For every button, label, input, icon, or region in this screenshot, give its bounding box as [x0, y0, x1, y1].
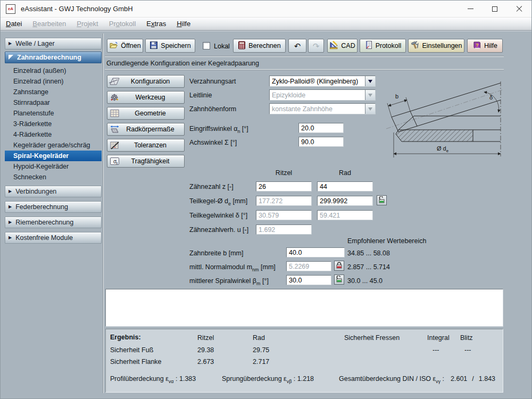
verzahnungsart-select[interactable]: Zyklo-Palloid® (Klingelnberg) — [269, 76, 376, 87]
sidebar-group-riemenberechnung[interactable]: ▶ Riemenberechnung — [5, 217, 102, 228]
spiralwinkel-label: mittlerer Spiralwinkel βm [°] — [189, 277, 269, 286]
titlebar: eA eAssistant - GWJ Technology GmbH — [1, 1, 531, 18]
minimize-button[interactable] — [458, 1, 483, 17]
sidebar-item-4-raederkette[interactable]: 4-Räderkette — [5, 129, 102, 140]
collapsed-arrow-icon: ▶ — [9, 41, 12, 46]
dropdown-arrow-button — [365, 90, 375, 100]
zahnbreite-input[interactable] — [286, 247, 345, 257]
cad-button[interactable]: CAD — [327, 39, 358, 53]
zahnbreite-range: 34.85 ... 58.08 — [347, 250, 390, 257]
sidebar-item-spiral-kegelraeder[interactable]: Spiral-Kegelräder — [5, 151, 102, 161]
results-col-ritzel: Ritzel — [197, 334, 214, 342]
lock-open-icon — [336, 275, 343, 285]
message-box — [105, 289, 503, 327]
menu-projekt: Projekt — [71, 19, 103, 29]
window-title: eAssistant - GWJ Technology GmbH — [21, 5, 133, 13]
dropdown-arrow-button[interactable] — [365, 76, 375, 86]
chevron-down-icon — [368, 107, 372, 111]
spiralwinkel-lock-button[interactable] — [334, 275, 344, 285]
sidebar-group-federberechnung[interactable]: ▶ Federberechnung — [5, 201, 102, 213]
normalmodul-lock-button[interactable] — [334, 261, 344, 271]
results-panel: Ergebnis: Ritzel Rad Sicherheit Fressen … — [105, 329, 503, 393]
minimize-icon — [468, 9, 473, 9]
sidebar-item-3-raederkette[interactable]: 3-Räderkette — [5, 119, 102, 129]
lock-open-icon — [378, 196, 385, 205]
chevron-down-icon — [368, 80, 372, 83]
calculate-button[interactable]: Berechnen — [233, 39, 286, 53]
lock-closed-icon — [336, 261, 343, 271]
tragfaehigkeit-button[interactable]: σx Tragfähigkeit — [107, 155, 185, 168]
normalmodul-range: 2.857 ... 5.714 — [347, 263, 390, 271]
maximize-button[interactable] — [483, 1, 507, 17]
leitlinie-label: Leitlinie — [189, 92, 212, 99]
sigma-x-icon: σx — [109, 156, 121, 166]
menu-protokoll: Protokoll — [104, 19, 142, 29]
geometrie-button[interactable]: Geometrie — [107, 107, 185, 120]
normalmodul-label: mittl. Normalmodul mnm [mm] — [189, 263, 276, 272]
protocol-button[interactable]: Protokoll — [360, 39, 406, 53]
help-book-icon: ? — [472, 41, 481, 51]
toleranzen-button[interactable]: Toleranzen — [107, 139, 185, 152]
close-icon — [516, 6, 522, 12]
achswinkel-label: Achswinkel Σ [°] — [189, 139, 237, 146]
sicherheit-flanke-label: Sicherheit Flanke — [110, 358, 162, 365]
tools-icon — [410, 40, 419, 51]
drawing-label-de: Ø de — [437, 145, 449, 153]
menu-hilfe[interactable]: Hilfe — [171, 19, 196, 29]
sidebar-group-verbindungen[interactable]: ▶ Verbindungen — [5, 186, 102, 197]
werkzeug-button[interactable]: Werkzeug — [107, 91, 185, 104]
sidebar-item-kegelraeder-gerade-schraeg[interactable]: Kegelräder gerade/schräg — [5, 140, 102, 151]
teilkegelwinkel-rad-input — [317, 210, 373, 220]
sidebar-group-welle-lager[interactable]: ▶ Welle / Lager — [5, 38, 102, 49]
local-checkbox-label: Lokal — [214, 43, 230, 50]
protocol-document-icon — [364, 40, 373, 51]
zaehnezahl-rad-input[interactable] — [317, 181, 373, 192]
eingriffswinkel-input[interactable] — [298, 123, 344, 133]
bevel-gear-drawing: b δ Ø de — [379, 75, 507, 168]
collapsed-arrow-icon: ▶ — [9, 189, 12, 194]
sidebar-item-zahnstange[interactable]: Zahnstange — [5, 87, 102, 97]
close-button[interactable] — [507, 1, 531, 17]
sidebar-items: Einzelrad (außen) Einzelrad (innen) Zahn… — [5, 65, 102, 182]
calculator-icon — [238, 41, 246, 51]
achswinkel-input[interactable] — [298, 137, 344, 147]
menubar: Datei Bearbeiten Projekt Protokoll Extra… — [1, 18, 531, 30]
sprungueberdeckung: Sprungüberdeckung εvβ : 1.218 — [222, 375, 314, 384]
gesamtueberdeckung: Gesamtüberdeckung DIN / ISO εvγ :2.601/1… — [339, 375, 495, 384]
sidebar-group-kostenfreie-module[interactable]: ▶ Kostenfreie Module — [5, 232, 102, 244]
results-col-rad: Rad — [253, 334, 265, 342]
sidebar-group-zahnradberechnung[interactable]: Zahnradberechnung — [5, 52, 102, 63]
help-button[interactable]: ? Hilfe — [467, 39, 503, 53]
section-title: Grundlegende Konfiguration einer Kegelra… — [106, 60, 259, 67]
chevron-down-icon — [368, 94, 372, 97]
tolerance-ruler-icon — [109, 140, 121, 150]
sidebar-item-einzelrad-innen[interactable]: Einzelrad (innen) — [5, 76, 102, 87]
sidebar-item-planetenstufe[interactable]: Planetenstufe — [5, 108, 102, 119]
save-button[interactable]: Speichern — [145, 39, 195, 53]
menu-bearbeiten: Bearbeiten — [27, 19, 71, 29]
verzahnungsart-label: Verzahnungsart — [189, 78, 236, 85]
sidebar-item-einzelrad-aussen[interactable]: Einzelrad (außen) — [5, 65, 102, 76]
sidebar-item-hypoid-kegelraeder[interactable]: Hypoid-Kegelräder — [5, 161, 102, 172]
teilkegel-rad-input[interactable] — [317, 196, 373, 206]
grid-table-icon — [109, 109, 121, 118]
profilueberdeckung: Profilüberdeckung εvα : 1.383 — [110, 375, 196, 384]
column-header-rad: Rad — [317, 169, 373, 177]
open-button[interactable]: Öffnen — [107, 39, 143, 53]
local-checkbox[interactable] — [203, 42, 210, 49]
sidebar-item-stirnradpaar[interactable]: Stirnradpaar — [5, 97, 102, 108]
settings-button[interactable]: Einstellungen — [408, 39, 464, 53]
sidebar-item-schnecken[interactable]: Schnecken — [5, 172, 102, 182]
fressen-integral-value: --- — [433, 346, 439, 354]
teilkegel-lock-button[interactable] — [377, 195, 387, 205]
radkoerpermasse-button[interactable]: Radkörpermaße — [107, 123, 185, 136]
konfiguration-button[interactable]: Konfiguration — [107, 75, 185, 88]
collapsed-arrow-icon: ▶ — [9, 205, 12, 209]
measure-arrow-icon — [109, 124, 121, 134]
menu-datei[interactable]: Datei — [1, 19, 27, 29]
undo-button[interactable]: ↶ — [288, 39, 306, 53]
fressen-blitz-value: --- — [464, 346, 471, 354]
spiralwinkel-input[interactable] — [286, 275, 331, 285]
zaehnezahl-ritzel-input[interactable] — [256, 181, 312, 192]
menu-extras[interactable]: Extras — [141, 19, 171, 29]
